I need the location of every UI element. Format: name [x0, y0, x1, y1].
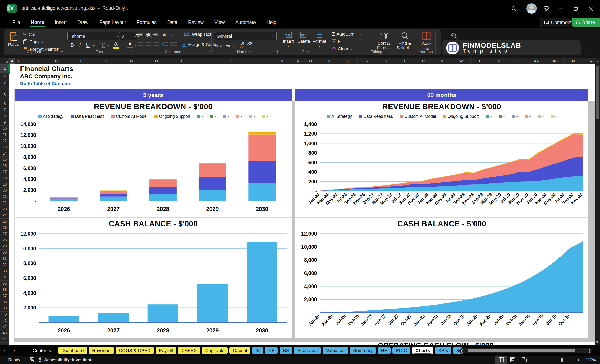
column-header-C[interactable]: C	[20, 58, 44, 64]
fill-button[interactable]: Fill⌄	[332, 39, 347, 44]
row-header-6[interactable]: 6	[0, 101, 9, 107]
row-header-3[interactable]: 3	[0, 79, 9, 86]
column-header-E[interactable]: E	[69, 58, 94, 64]
column-header-Z[interactable]: Z	[508, 58, 527, 64]
menu-tab-help[interactable]: Help	[262, 18, 281, 27]
row-header-43[interactable]: 43	[0, 330, 9, 336]
menu-tab-view[interactable]: View	[210, 18, 229, 27]
bold-button[interactable]: B	[69, 42, 75, 48]
column-headers[interactable]: ABCDEFGHIJKLMNOPQRSTUVWXYZAAABACAD	[9, 58, 595, 64]
font-size-select[interactable]: 8⌄	[119, 32, 137, 40]
borders-button[interactable]: ⌄	[100, 43, 109, 48]
row-header-10[interactable]: 10	[0, 126, 9, 132]
column-header-N[interactable]: N	[295, 58, 301, 64]
number-dialog-launcher[interactable]: ⇲	[275, 50, 278, 54]
sheet-tab-bs[interactable]: BS	[280, 347, 292, 354]
row-header-44[interactable]: 44	[0, 336, 9, 343]
paste-button[interactable]: Paste ⌄	[7, 31, 20, 51]
column-header-D[interactable]: D	[44, 58, 69, 64]
share-button[interactable]: Share ⌄	[572, 18, 600, 27]
addins-button[interactable]: Add-ins	[419, 32, 434, 51]
row-header-40[interactable]: 40	[0, 311, 9, 318]
premium-gem-icon[interactable]	[542, 5, 550, 13]
column-header-U[interactable]: U	[414, 58, 433, 64]
row-header-29[interactable]: 29	[0, 243, 9, 250]
increase-indent-icon[interactable]	[170, 42, 177, 46]
tabs-scroll-left-icon[interactable]: ‹	[0, 348, 9, 354]
sheet-tab-contents[interactable]: Contents	[27, 347, 56, 354]
alignment-dialog-launcher[interactable]: ⇲	[207, 50, 209, 54]
worksheet-canvas[interactable]: Financial Charts ABC Company Inc. Go to …	[9, 64, 595, 346]
search-icon[interactable]	[510, 5, 518, 13]
row-header-32[interactable]: 32	[0, 262, 9, 268]
row-header-35[interactable]: 35	[0, 281, 9, 287]
row-header-31[interactable]: 31	[0, 256, 9, 262]
column-header-K[interactable]: K	[219, 58, 244, 64]
row-header-39[interactable]: 39	[0, 305, 9, 311]
sheet-tab-cogs-opex[interactable]: COGS & OPEX	[116, 347, 154, 354]
menu-tab-page-layout[interactable]: Page Layout	[95, 18, 131, 27]
row-header-36[interactable]: 36	[0, 287, 9, 293]
column-header-V[interactable]: V	[433, 58, 452, 64]
menu-tab-data[interactable]: Data	[163, 18, 182, 27]
delete-cells-button[interactable]: Delete⌄	[297, 32, 310, 47]
sheet-tab-cf[interactable]: CF	[265, 347, 278, 354]
row-header-22[interactable]: 22	[0, 200, 9, 206]
column-header-M[interactable]: M	[269, 58, 295, 64]
row-header-11[interactable]: 11	[0, 132, 9, 138]
sheet-tab-revenue[interactable]: Revenue	[89, 347, 114, 354]
active-cell-a1[interactable]	[9, 64, 16, 74]
column-header-Y[interactable]: Y	[489, 58, 508, 64]
column-header-X[interactable]: X	[470, 58, 489, 64]
row-header-26[interactable]: 26	[0, 225, 9, 231]
font-dialog-launcher[interactable]: ⇲	[131, 50, 133, 54]
column-header-AC[interactable]: AC	[565, 58, 583, 64]
font-color-button[interactable]: A ⌄	[127, 41, 137, 48]
row-header-1[interactable]: 1	[0, 64, 9, 73]
format-cells-button[interactable]: Format⌄	[312, 32, 327, 47]
row-header-24[interactable]: 24	[0, 212, 9, 218]
sheet-tab-scenarios[interactable]: Scenarios	[294, 347, 321, 354]
column-header-P[interactable]: P	[320, 58, 339, 64]
menu-tab-insert[interactable]: Insert	[50, 18, 71, 27]
column-header-S[interactable]: S	[376, 58, 395, 64]
insert-cells-button[interactable]: Insert⌄	[281, 32, 295, 47]
column-header-W[interactable]: W	[452, 58, 470, 64]
page-layout-view-icon[interactable]	[507, 356, 518, 364]
clipboard-dialog-launcher[interactable]: ⇲	[60, 50, 63, 54]
row-header-20[interactable]: 20	[0, 188, 9, 194]
avatar[interactable]	[526, 3, 537, 14]
sheet-tab-roic[interactable]: ROIC	[393, 347, 410, 354]
column-header-R[interactable]: R	[358, 58, 376, 64]
sheet-tab-summary[interactable]: Summary	[350, 347, 376, 354]
row-header-34[interactable]: 34	[0, 274, 9, 281]
vertical-scroll-thumb[interactable]	[596, 66, 599, 119]
percent-style-button[interactable]: %	[225, 43, 230, 48]
row-header-5[interactable]: 5	[0, 89, 9, 101]
column-header-B[interactable]: B	[15, 58, 20, 64]
align-center-icon[interactable]	[146, 42, 151, 46]
column-header-L[interactable]: L	[244, 58, 269, 64]
column-header-J[interactable]: J	[194, 58, 219, 64]
scroll-up-icon[interactable]: ▲	[595, 60, 599, 63]
align-top-icon[interactable]	[138, 33, 143, 37]
restore-window-icon[interactable]	[572, 5, 580, 13]
row-header-9[interactable]: 9	[0, 119, 9, 126]
row-header-18[interactable]: 18	[0, 175, 9, 181]
tabs-scroll-right-icon[interactable]: ›	[9, 348, 19, 354]
row-header-8[interactable]: 8	[0, 113, 9, 119]
accessibility-icon[interactable]	[36, 356, 44, 363]
scroll-down-icon[interactable]: ▼	[595, 340, 599, 344]
clear-button[interactable]: Clear⌄	[332, 46, 353, 51]
underline-button[interactable]: U	[85, 42, 91, 48]
sheet-tab-be[interactable]: BE	[378, 347, 390, 354]
row-headers[interactable]: 1234567891011121314151617181920212223242…	[0, 64, 9, 346]
column-header-AA[interactable]: AA	[527, 58, 546, 64]
row-header-33[interactable]: 33	[0, 268, 9, 274]
cut-button[interactable]: ✂Cut	[23, 32, 35, 37]
hscroll-left-icon[interactable]: ❮	[459, 349, 464, 353]
document-title[interactable]: artificial-intelligence-consulting.xlsx …	[21, 5, 129, 11]
column-header-H[interactable]: H	[144, 58, 169, 64]
orientation-button[interactable]: ab↗ ⌄	[162, 32, 173, 37]
sheet-tab-is[interactable]: IS	[252, 347, 263, 354]
